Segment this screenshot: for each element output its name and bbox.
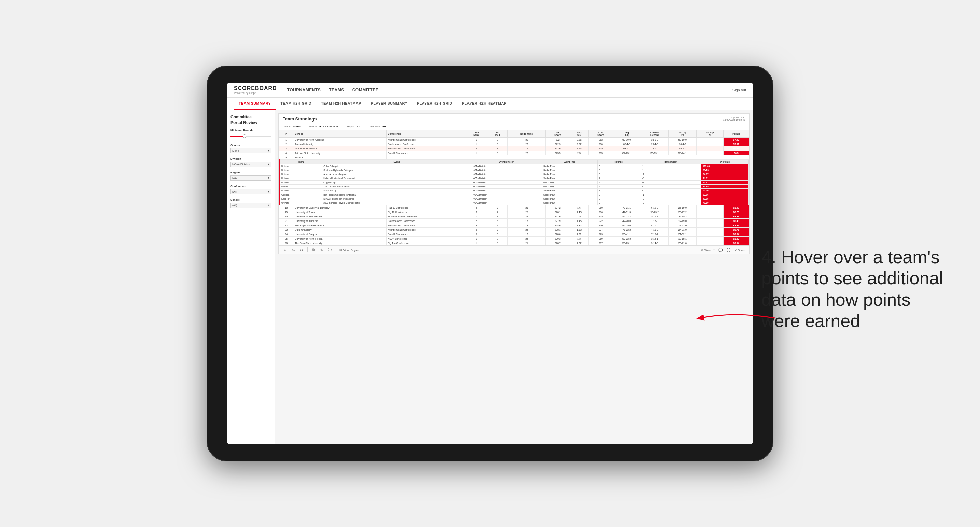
- sidebar-select-school[interactable]: (All) ▾: [231, 203, 271, 208]
- tab-player-h2h-heatmap[interactable]: PLAYER H2H HEATMAP: [457, 98, 512, 110]
- table-row[interactable]: 26The Ohio State UniversityBig Ten Confe…: [279, 241, 749, 245]
- sidebar-select-gender[interactable]: Men's ▾: [231, 148, 271, 153]
- points-cell[interactable]: 83.89: [723, 237, 749, 241]
- points-cell[interactable]: 83.07: [723, 205, 749, 210]
- table-row[interactable]: 20University of New MexicoMountain West …: [279, 214, 749, 219]
- table-cell: 269: [589, 146, 612, 151]
- table-row[interactable]: 19University of TexasBig 12 Conference37…: [279, 210, 749, 214]
- table-cell: 7: [465, 219, 487, 223]
- tooltip-cell: NCAA Division I: [471, 189, 542, 193]
- sidebar-label-rounds: Minimum Rounds: [231, 129, 271, 132]
- table-cell: 24: [508, 228, 545, 232]
- table-cell: 5-11-2: [641, 214, 668, 219]
- tab-player-h2h-grid[interactable]: PLAYER H2H GRID: [412, 98, 457, 110]
- points-cell[interactable]: 78.5: [723, 151, 749, 155]
- comment-icon[interactable]: 💬: [718, 248, 723, 252]
- tab-team-h2h-heatmap[interactable]: TEAM H2H HEATMAP: [316, 98, 366, 110]
- tab-player-summary[interactable]: PLAYER SUMMARY: [366, 98, 412, 110]
- standings-table: # School Conference ConfRank NoTour Bnds…: [278, 130, 749, 245]
- expand-icon[interactable]: ⛶: [726, 248, 731, 252]
- table-row[interactable]: 24University of OregonPac-12 Conference5…: [279, 232, 749, 237]
- points-cell[interactable]: 90.32: [723, 146, 749, 151]
- nav-committee[interactable]: COMMITTEE: [352, 86, 379, 94]
- tooltip-cell: Univers: [280, 164, 322, 168]
- sidebar-label-school: School: [231, 198, 271, 202]
- table-row[interactable]: 25University of North FloridaASUN Confer…: [279, 237, 749, 241]
- slider-rounds[interactable]: [231, 133, 271, 140]
- points-cell[interactable]: 97.02: [723, 138, 749, 142]
- copy-icon[interactable]: ⧉: [311, 248, 316, 252]
- table-row[interactable]: 1University of North CarolinaAtlantic Co…: [279, 138, 749, 142]
- tooltip-cell: +1: [640, 181, 702, 185]
- table-cell: 86-4-0: [612, 142, 641, 146]
- table-cell: [697, 205, 724, 210]
- tooltip-cell: 3: [597, 176, 640, 181]
- table-cell: 46-5-0: [668, 146, 697, 151]
- table-row[interactable]: 18University of California, BerkeleyPac-…: [279, 205, 749, 210]
- table-row[interactable]: 3Vanderbilt UniversitySoutheastern Confe…: [279, 146, 749, 151]
- tab-team-summary[interactable]: TEAM SUMMARY: [234, 98, 275, 110]
- tooltip-cell: NCAA Division I: [471, 193, 542, 197]
- points-cell[interactable]: 80.54: [723, 232, 749, 237]
- sidebar-select-division[interactable]: NCAA Division I ▾: [231, 162, 271, 167]
- refresh-icon[interactable]: ↺: [299, 248, 304, 252]
- table-cell: [697, 241, 724, 245]
- table-row[interactable]: 21University of AlabamaSoutheastern Conf…: [279, 219, 749, 223]
- table-cell: [697, 210, 724, 214]
- tooltip-cell: Stroke Play: [542, 168, 597, 172]
- table-cell: [697, 219, 724, 223]
- table-cell: 30: [508, 138, 545, 142]
- table-cell: 22: [279, 223, 293, 228]
- sidebar-select-region[interactable]: N/A ▾: [231, 175, 271, 181]
- undo-icon[interactable]: ↩: [283, 248, 288, 252]
- redo-icon[interactable]: ↪: [291, 248, 296, 252]
- table-cell: 71-22-2: [612, 228, 641, 232]
- tab-team-h2h-grid[interactable]: TEAM H2H GRID: [275, 98, 316, 110]
- sidebar-select-conference[interactable]: (All) ▾: [231, 189, 271, 194]
- tooltip-cell: NCAA Division I: [471, 197, 542, 201]
- points-cell[interactable]: 80.94: [723, 241, 749, 245]
- nav-teams[interactable]: TEAMS: [329, 86, 344, 94]
- points-cell[interactable]: 93.31: [723, 142, 749, 146]
- table-cell: 7-15-0: [641, 219, 668, 223]
- tooltip-cell: 3: [597, 172, 640, 176]
- points-cell[interactable]: 88.48: [723, 219, 749, 223]
- tooltip-cell: Univers: [280, 176, 322, 181]
- points-cell[interactable]: 88.71: [723, 228, 749, 232]
- top-nav: SCOREBOARD Powered by clippd TOURNAMENTS…: [227, 83, 753, 98]
- table-row[interactable]: 2Auburn UniversitySoutheastern Conferenc…: [279, 142, 749, 146]
- tooltip-cell: 2023 Sahalee Players Championship: [322, 201, 471, 205]
- tooltip-cell: -1: [640, 164, 702, 168]
- table-cell: 42-20-0: [612, 219, 641, 223]
- table-cell: 1: [465, 237, 487, 241]
- table-cell: 13: [508, 232, 545, 237]
- tooltip-cell: Stroke Play: [542, 176, 597, 181]
- tooltip-cell: Stroke Play: [542, 164, 597, 168]
- col-points: Points: [723, 130, 749, 138]
- table-cell: 15: [508, 219, 545, 223]
- table-row[interactable]: 5 Texas T...: [279, 155, 749, 160]
- share-btn[interactable]: ↗ Share: [735, 249, 745, 252]
- view-original-btn[interactable]: ▤ View: Original: [339, 249, 360, 252]
- info-icon[interactable]: ⓘ: [328, 248, 332, 252]
- table-row[interactable]: 4Arizona State UniversityPac-12 Conferen…: [279, 151, 749, 155]
- table-row[interactable]: 23Duke UniversityAtlantic Coast Conferen…: [279, 228, 749, 232]
- table-cell: 21-32-1: [668, 232, 697, 237]
- sidebar-section-school: School (All) ▾: [231, 198, 271, 208]
- points-cell[interactable]: 83.41: [723, 223, 749, 228]
- filter-row: Gender: Men's Division: NCAA Division I …: [278, 123, 749, 130]
- nav-tournaments[interactable]: TOURNAMENTS: [287, 86, 321, 94]
- sign-out-link[interactable]: Sign out: [727, 88, 746, 92]
- edit-icon[interactable]: ✎: [319, 248, 324, 252]
- table-cell: University of North Carolina: [293, 138, 386, 142]
- watch-btn[interactable]: 👁 Watch ▾: [701, 249, 714, 252]
- table-cell: 278.1: [546, 228, 570, 232]
- view-icon: ▤: [339, 249, 342, 252]
- points-cell[interactable]: 88.49: [723, 214, 749, 219]
- expanded-row: TeamEventEvent DivisionEvent TypeRoundsR…: [279, 160, 749, 205]
- table-cell: 8: [487, 146, 508, 151]
- table-row[interactable]: 22Mississippi State UniversitySoutheaste…: [279, 223, 749, 228]
- points-cell[interactable]: 88.70: [723, 210, 749, 214]
- tooltip-row: UniversCabo CollegiateNCAA Division IStr…: [280, 164, 749, 168]
- table-cell: [697, 228, 724, 232]
